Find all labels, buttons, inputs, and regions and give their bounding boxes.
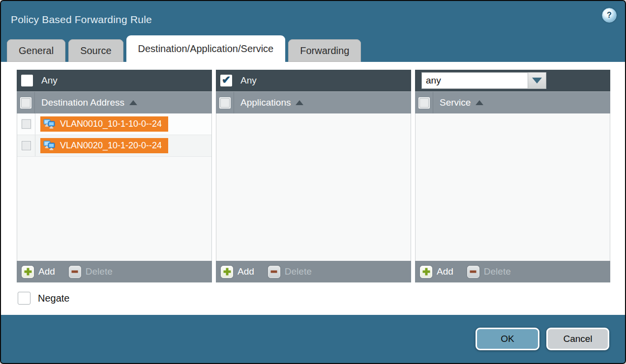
service-header-label: Service <box>440 97 471 108</box>
address-object-label: VLAN0020_10-1-20-0--24 <box>60 140 162 151</box>
applications-toolbar: Add Delete <box>216 261 411 282</box>
destination-column-header[interactable]: Destination Address <box>41 97 137 108</box>
service-toolbar: Add Delete <box>415 261 610 282</box>
sort-ascending-icon <box>129 100 137 105</box>
service-add-button[interactable]: Add <box>420 266 453 278</box>
service-panel: Service Add Delete <box>415 70 610 282</box>
ok-button[interactable]: OK <box>476 328 539 350</box>
columns-container: Any Destination Address <box>17 70 610 282</box>
applications-select-all-cell <box>216 92 234 113</box>
address-group-icon <box>43 119 56 129</box>
row-checkbox[interactable] <box>21 118 32 130</box>
table-row[interactable]: VLAN0020_10-1-20-0--24 <box>17 135 211 157</box>
applications-column-header[interactable]: Applications <box>240 97 303 108</box>
delete-label: Delete <box>484 266 511 277</box>
help-glyph: ? <box>607 11 612 20</box>
service-select-all-checkbox[interactable] <box>418 97 430 109</box>
row-checkbox-cell <box>17 113 35 135</box>
address-group-icon <box>43 140 56 151</box>
sort-ascending-icon <box>476 100 483 105</box>
destination-header-row: Destination Address <box>17 91 212 113</box>
service-column-header[interactable]: Service <box>440 97 483 108</box>
destination-list: VLAN0010_10-1-10-0--24 <box>17 113 212 261</box>
delete-minus-icon <box>467 266 479 278</box>
destination-any-bar: Any <box>17 70 212 91</box>
destination-header-label: Destination Address <box>41 97 124 108</box>
address-object-chip[interactable]: VLAN0020_10-1-20-0--24 <box>40 138 168 153</box>
add-label: Add <box>437 266 453 277</box>
destination-select-all-cell <box>17 92 35 113</box>
row-checkbox-cell <box>17 135 35 156</box>
help-icon[interactable]: ? <box>602 8 617 23</box>
negate-row: Negate <box>18 292 610 305</box>
delete-minus-icon <box>268 266 280 278</box>
negate-label: Negate <box>38 293 70 304</box>
service-header-row: Service <box>415 91 610 113</box>
service-list <box>415 113 610 261</box>
service-select-all-cell <box>415 92 433 113</box>
title-bar: Policy Based Forwarding Rule ? <box>1 1 625 35</box>
service-combo <box>421 72 546 89</box>
service-dropdown-bar <box>415 70 610 91</box>
tab-forwarding[interactable]: Forwarding <box>288 39 361 62</box>
tab-destination-application-service[interactable]: Destination/Application/Service <box>126 35 286 62</box>
destination-toolbar: Add Delete <box>17 261 212 282</box>
chevron-down-icon <box>532 78 542 84</box>
applications-select-all-checkbox[interactable] <box>219 97 231 109</box>
table-row[interactable]: VLAN0010_10-1-10-0--24 <box>17 113 211 135</box>
tab-general[interactable]: General <box>7 39 65 62</box>
destination-select-all-checkbox[interactable] <box>20 97 31 109</box>
destination-add-button[interactable]: Add <box>22 266 55 278</box>
service-dropdown-button[interactable] <box>528 72 546 89</box>
destination-any-label: Any <box>41 75 58 86</box>
dialog-title: Policy Based Forwarding Rule <box>11 14 152 26</box>
cancel-button[interactable]: Cancel <box>546 328 609 350</box>
applications-any-checkbox[interactable]: ✔ <box>220 75 232 86</box>
checkmark-icon: ✔ <box>222 75 231 85</box>
service-dropdown-input[interactable] <box>421 72 528 89</box>
destination-address-panel: Any Destination Address <box>17 70 212 282</box>
applications-list <box>216 113 411 261</box>
applications-add-button[interactable]: Add <box>221 266 254 278</box>
add-plus-icon <box>22 266 34 278</box>
add-label: Add <box>38 266 55 277</box>
applications-panel: ✔ Any Applications <box>216 70 411 282</box>
destination-any-checkbox[interactable] <box>21 75 33 86</box>
tab-content: Any Destination Address <box>1 62 625 315</box>
dialog-footer: OK Cancel <box>1 315 625 363</box>
address-object-label: VLAN0010_10-1-10-0--24 <box>60 119 162 129</box>
destination-delete-button[interactable]: Delete <box>69 266 113 278</box>
add-plus-icon <box>420 266 432 278</box>
applications-header-row: Applications <box>216 91 411 113</box>
delete-minus-icon <box>69 266 81 278</box>
add-plus-icon <box>221 266 233 278</box>
applications-any-label: Any <box>240 75 257 86</box>
address-object-chip[interactable]: VLAN0010_10-1-10-0--24 <box>40 116 168 132</box>
sort-ascending-icon <box>296 100 303 105</box>
add-label: Add <box>238 266 254 277</box>
service-delete-button[interactable]: Delete <box>467 266 511 278</box>
negate-checkbox[interactable] <box>18 292 30 305</box>
tab-source[interactable]: Source <box>68 39 123 62</box>
applications-any-bar: ✔ Any <box>216 70 411 91</box>
delete-label: Delete <box>285 266 312 277</box>
applications-header-label: Applications <box>240 97 291 108</box>
delete-label: Delete <box>86 266 113 277</box>
row-checkbox[interactable] <box>21 140 32 151</box>
applications-delete-button[interactable]: Delete <box>268 266 312 278</box>
policy-based-forwarding-dialog: Policy Based Forwarding Rule ? General S… <box>0 0 626 364</box>
tab-bar: General Source Destination/Application/S… <box>1 35 625 62</box>
